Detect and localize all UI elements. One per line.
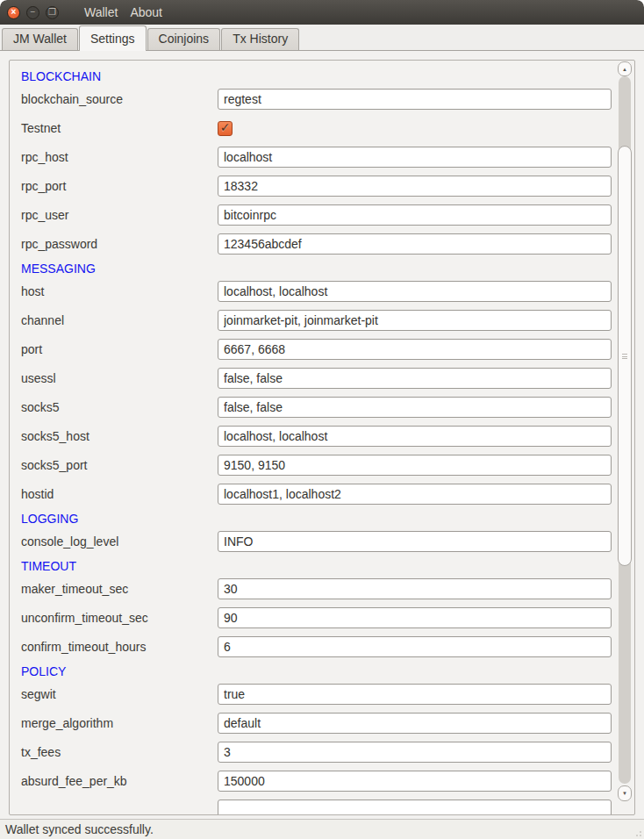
field-label: rpc_host xyxy=(21,150,218,164)
port-input[interactable] xyxy=(218,339,612,360)
menubar: Wallet About xyxy=(78,5,168,19)
settings-form: BLOCKCHAINblockchain_sourceTestnet✓rpc_h… xyxy=(10,61,615,815)
tab-jm-wallet[interactable]: JM Wallet xyxy=(2,28,78,50)
form-row: absurd_fee_per_kb xyxy=(21,771,615,792)
merge_algorithm-input[interactable] xyxy=(218,713,612,734)
status-message: Wallet synced successfully. xyxy=(5,822,154,836)
settings-scroll-area: BLOCKCHAINblockchain_sourceTestnet✓rpc_h… xyxy=(9,60,635,815)
field-label: rpc_user xyxy=(21,208,218,222)
form-row: socks5 xyxy=(21,397,615,418)
scrollbar-grip-icon xyxy=(622,354,627,359)
absurd_fee_per_kb-input[interactable] xyxy=(218,771,612,792)
tab-coinjoins[interactable]: Coinjoins xyxy=(147,28,221,50)
rpc_user-input[interactable] xyxy=(218,204,612,226)
tx_fees-input[interactable] xyxy=(218,742,612,763)
field-label: tx_fees xyxy=(21,745,218,759)
vertical-scrollbar[interactable]: ▲ ▼ xyxy=(617,61,633,814)
resize-grip-icon[interactable] xyxy=(633,828,641,836)
blockchain_source-input[interactable] xyxy=(218,89,612,110)
field-label: usessl xyxy=(21,371,218,385)
form-row: Testnet✓ xyxy=(21,118,615,139)
field-label: port xyxy=(21,342,218,356)
unconfirm_timeout_sec-input[interactable] xyxy=(218,607,612,628)
scroll-up-button[interactable]: ▲ xyxy=(618,61,632,76)
maximize-button[interactable]: ❐ xyxy=(46,6,59,19)
rpc_host-input[interactable] xyxy=(218,147,612,168)
form-row: channel xyxy=(21,310,615,331)
form-row: merge_algorithm xyxy=(21,713,615,734)
wallet-window: × − ❐ Wallet About JM WalletSettingsCoin… xyxy=(0,0,644,839)
form-row: segwit xyxy=(21,684,615,705)
socks5_port-input[interactable] xyxy=(218,455,612,476)
section-header-logging: LOGGING xyxy=(21,513,615,526)
close-button[interactable]: × xyxy=(7,6,20,19)
titlebar: × − ❐ Wallet About xyxy=(0,0,644,25)
scroll-up-icon: ▲ xyxy=(622,67,627,72)
form-row: console_log_level xyxy=(21,531,615,552)
scrollbar-thumb[interactable] xyxy=(618,146,632,566)
field-label: rpc_port xyxy=(21,179,218,193)
form-row: hostid xyxy=(21,484,615,505)
usessl-input[interactable] xyxy=(218,368,612,389)
field-label: segwit xyxy=(21,687,218,701)
field-label: socks5_port xyxy=(21,458,218,472)
close-icon: × xyxy=(11,8,17,17)
field-label: blockchain_source xyxy=(21,92,218,106)
form-row: unconfirm_timeout_sec xyxy=(21,607,615,628)
channel-input[interactable] xyxy=(218,310,612,331)
form-row: tx_fees xyxy=(21,742,615,763)
settings-tab-panel: BLOCKCHAINblockchain_sourceTestnet✓rpc_h… xyxy=(0,51,644,819)
form-row: host xyxy=(21,281,615,302)
section-header-blockchain: BLOCKCHAIN xyxy=(21,70,615,83)
partial-field-input[interactable] xyxy=(218,800,612,815)
socks5-input[interactable] xyxy=(218,397,612,418)
field-label: confirm_timeout_hours xyxy=(21,640,218,654)
form-row: socks5_host xyxy=(21,426,615,447)
field-label: socks5 xyxy=(21,400,218,414)
field-label: absurd_fee_per_kb xyxy=(21,774,218,788)
confirm_timeout_hours-input[interactable] xyxy=(218,636,612,657)
minimize-icon: − xyxy=(31,8,36,17)
field-label: channel xyxy=(21,313,218,327)
section-header-timeout: TIMEOUT xyxy=(21,560,615,573)
field-label: unconfirm_timeout_sec xyxy=(21,611,218,625)
form-row: confirm_timeout_hours xyxy=(21,636,615,657)
minimize-button[interactable]: − xyxy=(26,6,39,19)
scroll-down-button[interactable]: ▼ xyxy=(618,785,632,801)
tab-tx-history[interactable]: Tx History xyxy=(221,28,299,50)
form-row: rpc_user xyxy=(21,204,615,226)
rpc_port-input[interactable] xyxy=(218,176,612,197)
form-row: rpc_port xyxy=(21,176,615,197)
host-input[interactable] xyxy=(218,281,612,302)
segwit-input[interactable] xyxy=(218,684,612,705)
form-row: rpc_host xyxy=(21,147,615,168)
field-label: console_log_level xyxy=(21,534,218,549)
check-icon: ✓ xyxy=(220,121,231,133)
socks5_host-input[interactable] xyxy=(218,426,612,447)
field-label: merge_algorithm xyxy=(21,716,218,730)
hostid-input[interactable] xyxy=(218,484,612,505)
section-header-policy: POLICY xyxy=(21,665,615,678)
menu-item-wallet[interactable]: Wallet xyxy=(78,5,124,19)
form-row: socks5_port xyxy=(21,455,615,476)
scroll-down-icon: ▼ xyxy=(622,791,627,796)
console_log_level-input[interactable] xyxy=(218,531,612,552)
field-label: socks5_host xyxy=(21,429,218,443)
field-label: hostid xyxy=(21,487,218,501)
tab-bar: JM WalletSettingsCoinjoinsTx History xyxy=(0,25,644,51)
maker_timeout_sec-input[interactable] xyxy=(218,578,612,599)
form-row: port xyxy=(21,339,615,360)
maximize-icon: ❐ xyxy=(48,8,56,17)
section-header-messaging: MESSAGING xyxy=(21,262,615,276)
status-bar: Wallet synced successfully. xyxy=(0,819,644,839)
form-row: usessl xyxy=(21,368,615,389)
form-row: rpc_password xyxy=(21,233,615,255)
testnet-checkbox[interactable]: ✓ xyxy=(218,121,233,136)
rpc_password-input[interactable] xyxy=(218,233,612,255)
form-row-partial xyxy=(21,800,615,815)
menu-item-about[interactable]: About xyxy=(124,5,168,19)
form-row: maker_timeout_sec xyxy=(21,578,615,599)
field-label: rpc_password xyxy=(21,237,218,251)
field-label: Testnet xyxy=(21,121,218,135)
tab-settings[interactable]: Settings xyxy=(79,25,147,51)
